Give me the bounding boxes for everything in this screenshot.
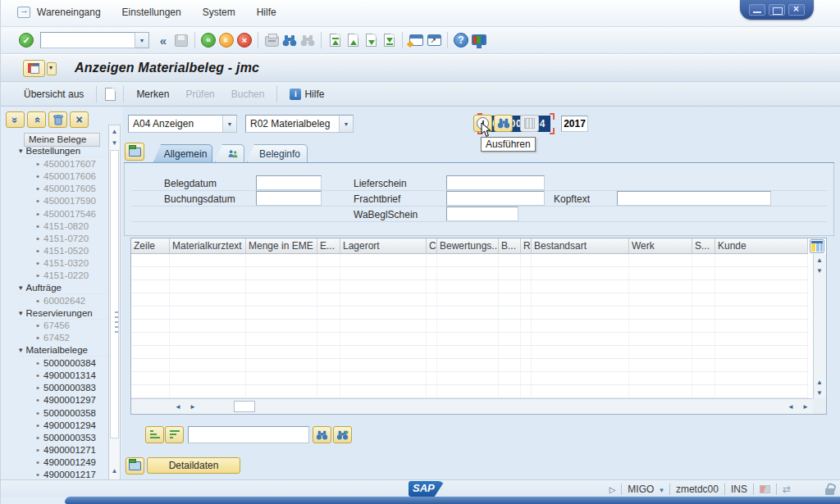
check-document-button[interactable]: Prüfen [177, 86, 222, 102]
item-search-input[interactable] [188, 426, 309, 443]
detail-toggle-button[interactable] [126, 457, 144, 474]
maximize-button[interactable] [769, 4, 785, 16]
header-detail-toggle-button[interactable] [125, 143, 144, 161]
tree-group-bestellungen[interactable]: Bestellungen [17, 145, 108, 157]
tree-item[interactable]: 4151-0320 [17, 257, 108, 270]
tree-group-auftraege[interactable]: Aufträge [17, 282, 108, 294]
sort-descending-button[interactable] [165, 426, 184, 443]
transaction-code[interactable]: MIGO [628, 484, 654, 495]
menu-system[interactable]: System [203, 7, 235, 18]
print-button[interactable] [262, 31, 281, 49]
splitter-handle[interactable] [115, 311, 118, 333]
layout-button[interactable] [470, 31, 488, 49]
tab-beleginfo[interactable]: Beleginfo [247, 144, 308, 162]
scroll-right-icon[interactable]: ► [187, 401, 199, 412]
column-header[interactable]: Werk [629, 238, 692, 254]
new-session-button[interactable] [407, 31, 425, 49]
tree-item[interactable]: 4151-0820 [17, 220, 108, 232]
tree-item[interactable]: 4900001249 [17, 456, 108, 469]
scroll-left-icon[interactable]: ◄ [172, 401, 184, 412]
system-menu-icon[interactable] [17, 7, 30, 18]
kopftext-field[interactable] [617, 191, 771, 206]
table-settings-button[interactable] [810, 239, 824, 253]
tree-group-materialbelege[interactable]: Materialbelege [17, 344, 108, 356]
frachtbrief-field[interactable] [446, 191, 545, 206]
tree-item[interactable]: 4900001314 [17, 369, 108, 381]
tree-item[interactable]: 4900001294 [17, 419, 108, 431]
tree-item[interactable]: 4500017605 [17, 183, 108, 195]
back-button[interactable] [199, 31, 217, 49]
overview-toggle-button[interactable]: Übersicht aus [16, 86, 92, 102]
command-dropdown-icon[interactable] [135, 32, 149, 48]
last-page-button[interactable] [380, 31, 398, 49]
message-expand-icon[interactable] [609, 484, 616, 495]
scroll-right-icon[interactable]: ► [800, 401, 811, 412]
menu-hilfe[interactable]: Hilfe [257, 7, 276, 18]
reference-doc-select[interactable]: R02 Materialbeleg [245, 115, 354, 133]
cancel-button[interactable] [235, 31, 253, 49]
create-shortcut-button[interactable] [425, 31, 443, 49]
scrollbar-thumb[interactable] [110, 150, 119, 438]
sort-ascending-button[interactable] [145, 426, 164, 443]
tree-item[interactable]: 5000000353 [17, 431, 108, 443]
tree-item[interactable]: 4500017590 [17, 195, 108, 207]
minimize-button[interactable] [749, 4, 765, 16]
search-button[interactable] [494, 115, 513, 132]
collapse-button[interactable] [154, 31, 172, 49]
column-header[interactable]: S... [692, 238, 715, 254]
tab-partner[interactable] [215, 144, 244, 162]
tree-item[interactable]: 5000000358 [17, 406, 108, 419]
tree-item[interactable]: 5000000384 [17, 356, 108, 369]
tree-group-reservierungen[interactable]: Reservierungen [17, 306, 108, 319]
column-header[interactable]: Materialkurztext [170, 238, 246, 254]
column-header[interactable]: Zeile [131, 238, 170, 254]
table-vertical-scrollbar[interactable]: ▲ ▼ ▲ ▼ [813, 254, 826, 398]
next-page-button[interactable] [362, 31, 380, 49]
help-button[interactable] [452, 31, 470, 49]
column-header[interactable]: C [427, 238, 437, 254]
buchungsdatum-field[interactable] [256, 191, 322, 206]
tree-item[interactable]: 67456 [17, 320, 108, 332]
tree-item[interactable]: 4900001297 [17, 394, 108, 406]
tree-item[interactable]: 4151-0220 [17, 270, 108, 282]
document-year-field[interactable] [561, 116, 588, 132]
tree-item[interactable]: 5000000383 [17, 382, 108, 394]
scroll-down-icon[interactable]: ▼ [109, 138, 120, 148]
close-button[interactable] [788, 4, 805, 16]
tree-item[interactable]: 4900001271 [17, 444, 108, 456]
enter-button[interactable] [17, 31, 35, 49]
sidebar-scrollbar[interactable]: ▲ ▼ ▲ ▼ [108, 125, 121, 489]
find-button[interactable] [281, 31, 299, 49]
column-header[interactable]: E... [317, 238, 340, 254]
wabeglschein-field[interactable] [446, 207, 518, 221]
detaildaten-button[interactable]: Detaildaten [147, 457, 240, 474]
scroll-up-icon[interactable]: ▲ [109, 465, 120, 476]
exit-button[interactable] [217, 31, 235, 49]
performance-icon[interactable] [760, 485, 770, 493]
column-header[interactable]: Kunde [715, 238, 808, 254]
tree-item[interactable]: 4500017606 [17, 170, 108, 182]
save-button[interactable] [172, 31, 190, 49]
new-document-button[interactable] [101, 85, 119, 103]
table-horizontal-scrollbar[interactable]: ◄ ► ◄ ► [131, 398, 813, 414]
hold-button[interactable]: Merken [128, 86, 177, 102]
menu-einstellungen[interactable]: Einstellungen [122, 7, 181, 18]
chevron-down-icon[interactable] [222, 116, 236, 132]
chevron-down-icon[interactable] [339, 116, 353, 132]
find-next-button[interactable] [299, 31, 317, 49]
command-input[interactable] [40, 32, 135, 48]
column-header[interactable]: Lagerort [340, 238, 427, 254]
collapse-all-button[interactable] [27, 111, 46, 128]
item-list-button[interactable] [520, 115, 539, 132]
find-item-button[interactable] [313, 426, 331, 443]
column-header[interactable]: R [521, 238, 532, 254]
chevron-down-icon[interactable] [660, 484, 664, 495]
scroll-up-icon[interactable]: ▲ [109, 126, 120, 137]
column-header[interactable]: Bewertungs... [437, 238, 499, 254]
help-app-button[interactable]: iHilfe [281, 86, 332, 102]
insert-mode[interactable]: INS [731, 484, 747, 495]
tree-item[interactable]: 4151-0520 [17, 245, 108, 257]
scroll-up-icon[interactable]: ▲ [814, 376, 825, 388]
tab-allgemein[interactable]: Allgemein [153, 144, 212, 162]
lieferschein-field[interactable] [446, 175, 545, 190]
